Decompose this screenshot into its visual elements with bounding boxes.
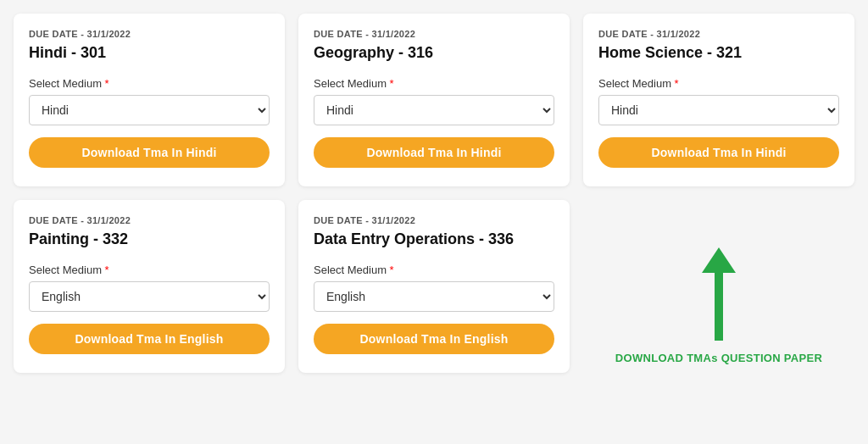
due-date: DUE DATE - 31/1/2022 <box>29 215 270 225</box>
subject-title: Data Entry Operations - 336 <box>314 230 554 248</box>
due-date: DUE DATE - 31/1/2022 <box>598 29 839 39</box>
download-btn-hindi-301[interactable]: Download Tma In Hindi <box>29 137 270 168</box>
subject-title: Home Science - 321 <box>598 44 839 62</box>
card-geography-316: DUE DATE - 31/1/2022Geography - 316Selec… <box>298 14 570 186</box>
download-btn-geography-316[interactable]: Download Tma In Hindi <box>314 137 554 168</box>
medium-select[interactable]: HindiEnglish <box>29 281 270 312</box>
due-date: DUE DATE - 31/1/2022 <box>314 215 554 225</box>
required-asterisk: * <box>675 77 679 90</box>
annotation-cell: DOWNLOAD TMAs QUESTION PAPER <box>583 200 854 373</box>
required-asterisk: * <box>390 264 394 276</box>
card-painting-332: DUE DATE - 31/1/2022Painting - 332Select… <box>14 200 285 373</box>
card-hindi-301: DUE DATE - 31/1/2022Hindi - 301Select Me… <box>14 14 285 186</box>
required-asterisk: * <box>105 264 109 276</box>
annotation-text: DOWNLOAD TMAs QUESTION PAPER <box>615 352 822 364</box>
required-asterisk: * <box>390 77 394 90</box>
select-medium-label: Select Medium * <box>314 264 554 276</box>
medium-select[interactable]: HindiEnglish <box>314 95 554 125</box>
download-btn-painting-332[interactable]: Download Tma In English <box>29 324 270 354</box>
required-asterisk: * <box>105 77 109 90</box>
row-0: DUE DATE - 31/1/2022Hindi - 301Select Me… <box>14 14 854 186</box>
svg-marker-0 <box>702 247 736 341</box>
subject-title: Painting - 332 <box>29 230 270 248</box>
row-1: DUE DATE - 31/1/2022Painting - 332Select… <box>14 200 854 373</box>
subject-title: Hindi - 301 <box>29 44 270 62</box>
due-date: DUE DATE - 31/1/2022 <box>29 29 270 39</box>
select-medium-label: Select Medium * <box>29 264 270 276</box>
select-medium-label: Select Medium * <box>314 77 554 90</box>
card-data-entry-336: DUE DATE - 31/1/2022Data Entry Operation… <box>298 200 570 373</box>
arrow-up-icon <box>698 243 740 345</box>
download-btn-home-science-321[interactable]: Download Tma In Hindi <box>598 137 839 168</box>
download-btn-data-entry-336[interactable]: Download Tma In English <box>314 324 554 354</box>
card-home-science-321: DUE DATE - 31/1/2022Home Science - 321Se… <box>583 14 854 186</box>
select-medium-label: Select Medium * <box>598 77 839 90</box>
medium-select[interactable]: HindiEnglish <box>314 281 554 312</box>
medium-select[interactable]: HindiEnglish <box>29 95 270 125</box>
due-date: DUE DATE - 31/1/2022 <box>314 29 554 39</box>
select-medium-label: Select Medium * <box>29 77 270 90</box>
medium-select[interactable]: HindiEnglish <box>598 95 839 125</box>
subject-title: Geography - 316 <box>314 44 554 62</box>
